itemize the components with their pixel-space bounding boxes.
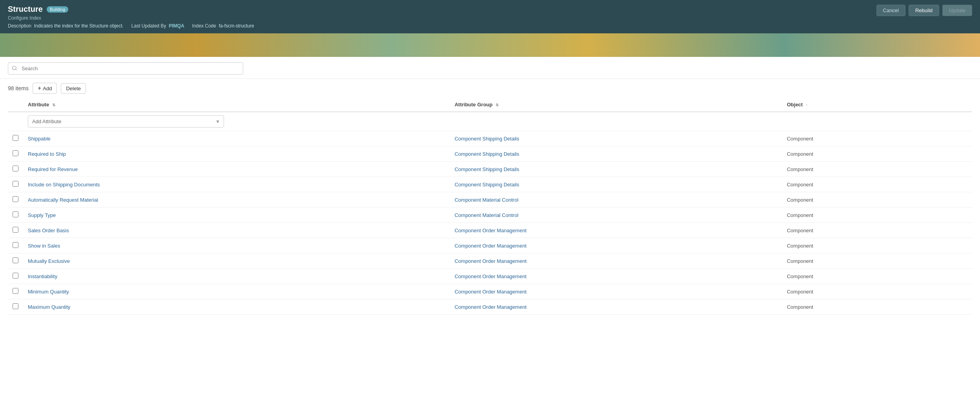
- col-header-attribute[interactable]: Attribute ⇅: [23, 98, 450, 112]
- search-wrapper: [8, 62, 243, 75]
- row-checkbox[interactable]: [13, 303, 18, 309]
- row-checkbox[interactable]: [13, 227, 18, 233]
- search-toolbar: [0, 57, 980, 79]
- add-button[interactable]: + Add: [33, 83, 57, 94]
- table-row: Sales Order Basis Component Order Manage…: [8, 223, 972, 238]
- attribute-sort-icon: ⇅: [52, 103, 55, 107]
- row-group: Component Order Management: [450, 238, 782, 253]
- header-meta: Description Indicates the index for the …: [8, 23, 254, 29]
- row-checkbox[interactable]: [13, 242, 18, 248]
- row-object: Component: [782, 253, 972, 269]
- table-header-row: Attribute ⇅ Attribute Group ⇅ Object ↑: [8, 98, 972, 112]
- col-header-checkbox: [8, 98, 23, 112]
- row-group: Component Shipping Details: [450, 131, 782, 146]
- row-checkbox-cell: [8, 284, 23, 299]
- row-object: Component: [782, 223, 972, 238]
- table-row: Show in Sales Component Order Management…: [8, 238, 972, 253]
- row-checkbox-cell: [8, 208, 23, 223]
- row-attribute: Include on Shipping Documents: [23, 177, 450, 192]
- table-row: Supply Type Component Material Control C…: [8, 208, 972, 223]
- attributes-table: Attribute ⇅ Attribute Group ⇅ Object ↑: [8, 98, 972, 315]
- cancel-button[interactable]: Cancel: [876, 5, 905, 16]
- row-checkbox-cell: [8, 223, 23, 238]
- app-title: Structure: [8, 5, 43, 14]
- row-object: Component: [782, 284, 972, 299]
- col-header-object[interactable]: Object ↑: [782, 98, 972, 112]
- row-object: Component: [782, 131, 972, 146]
- table-row: Required to Ship Component Shipping Deta…: [8, 146, 972, 162]
- table-row: Shippable Component Shipping Details Com…: [8, 131, 972, 146]
- row-attribute: Minimum Quantity: [23, 284, 450, 299]
- configure-index-subtitle: Configure Index: [8, 15, 254, 21]
- row-object: Component: [782, 299, 972, 315]
- rebuild-button[interactable]: Rebuild: [909, 5, 939, 16]
- last-updated-label: Last Updated By PIMQA: [131, 23, 184, 29]
- update-button: Update: [942, 5, 972, 16]
- table-row: Minimum Quantity Component Order Managem…: [8, 284, 972, 299]
- svg-line-2: [16, 69, 17, 70]
- header-title-row: Structure Building: [8, 5, 254, 14]
- table-container: Attribute ⇅ Attribute Group ⇅ Object ↑: [0, 98, 980, 315]
- row-checkbox[interactable]: [13, 273, 18, 279]
- header: Structure Building Configure Index Descr…: [0, 0, 980, 33]
- row-attribute: Instantiability: [23, 269, 450, 284]
- row-group: Component Shipping Details: [450, 162, 782, 177]
- row-checkbox-cell: [8, 162, 23, 177]
- row-attribute: Maximum Quantity: [23, 299, 450, 315]
- add-attr-select-cell: Add Attribute ▼: [23, 112, 972, 131]
- row-object: Component: [782, 238, 972, 253]
- row-checkbox[interactable]: [13, 135, 18, 141]
- row-checkbox[interactable]: [13, 288, 18, 294]
- row-checkbox-cell: [8, 192, 23, 208]
- row-checkbox[interactable]: [13, 211, 18, 217]
- row-group: Component Order Management: [450, 269, 782, 284]
- row-checkbox[interactable]: [13, 257, 18, 263]
- row-checkbox-cell: [8, 299, 23, 315]
- table-row: Instantiability Component Order Manageme…: [8, 269, 972, 284]
- row-object: Component: [782, 146, 972, 162]
- header-actions: Cancel Rebuild Update: [876, 5, 972, 16]
- row-group: Component Order Management: [450, 299, 782, 315]
- row-attribute: Automatically Request Material: [23, 192, 450, 208]
- building-badge: Building: [47, 6, 68, 13]
- col-header-group[interactable]: Attribute Group ⇅: [450, 98, 782, 112]
- add-attr-checkbox-cell: [8, 112, 23, 131]
- add-attribute-row: Add Attribute ▼: [8, 112, 972, 131]
- row-group: Component Order Management: [450, 253, 782, 269]
- add-attribute-select[interactable]: Add Attribute: [28, 115, 224, 128]
- row-attribute: Required for Revenue: [23, 162, 450, 177]
- row-attribute: Required to Ship: [23, 146, 450, 162]
- row-checkbox[interactable]: [13, 166, 18, 171]
- row-attribute: Shippable: [23, 131, 450, 146]
- table-row: Automatically Request Material Component…: [8, 192, 972, 208]
- index-code-label: Index Code fa-fscm-structure: [192, 23, 254, 29]
- row-attribute: Show in Sales: [23, 238, 450, 253]
- row-object: Component: [782, 177, 972, 192]
- row-checkbox-cell: [8, 269, 23, 284]
- row-checkbox[interactable]: [13, 181, 18, 187]
- table-row: Include on Shipping Documents Component …: [8, 177, 972, 192]
- description-label: Description Indicates the index for the …: [8, 23, 124, 29]
- table-row: Maximum Quantity Component Order Managem…: [8, 299, 972, 315]
- row-group: Component Material Control: [450, 192, 782, 208]
- row-object: Component: [782, 208, 972, 223]
- svg-point-1: [13, 66, 16, 69]
- row-checkbox[interactable]: [13, 196, 18, 202]
- row-object: Component: [782, 192, 972, 208]
- row-checkbox-cell: [8, 238, 23, 253]
- delete-button[interactable]: Delete: [61, 83, 86, 94]
- main-content: 98 items + Add Delete Attribute ⇅ Attrib…: [0, 57, 980, 410]
- row-checkbox-cell: [8, 146, 23, 162]
- table-row: Required for Revenue Component Shipping …: [8, 162, 972, 177]
- plus-icon: +: [38, 85, 41, 91]
- search-input[interactable]: [8, 62, 243, 75]
- row-object: Component: [782, 269, 972, 284]
- items-count-row: 98 items + Add Delete: [0, 79, 980, 98]
- banner-image: [0, 33, 980, 57]
- table-row: Mutually Exclusive Component Order Manag…: [8, 253, 972, 269]
- header-left: Structure Building Configure Index Descr…: [8, 5, 254, 29]
- row-checkbox-cell: [8, 131, 23, 146]
- row-checkbox[interactable]: [13, 150, 18, 156]
- row-attribute: Mutually Exclusive: [23, 253, 450, 269]
- row-attribute: Supply Type: [23, 208, 450, 223]
